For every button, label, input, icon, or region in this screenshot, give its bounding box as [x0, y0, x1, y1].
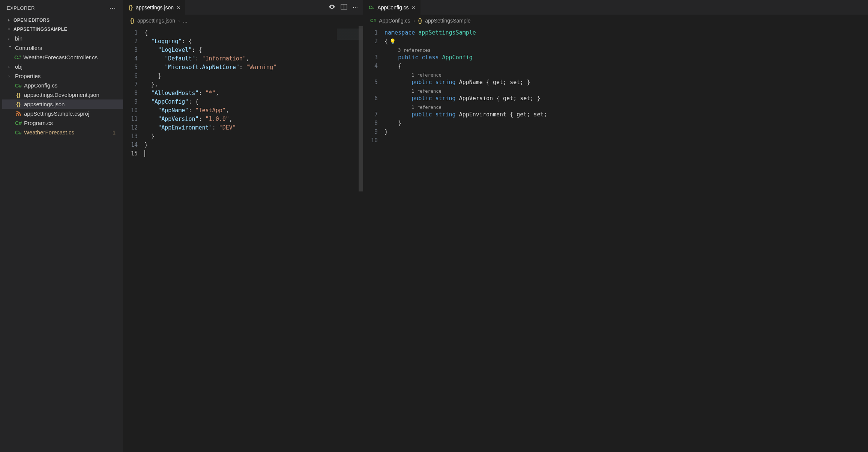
folder-properties[interactable]: › Properties	[2, 71, 123, 81]
code-content-right[interactable]: namespace appSettingsSample{💡 3 referenc…	[384, 26, 868, 452]
csharp-icon: C#	[15, 83, 22, 89]
chevron-right-icon: ›	[8, 65, 13, 69]
csharp-icon: C#	[14, 54, 21, 60]
file-appsettings-json[interactable]: {} appsettings.json	[2, 99, 123, 109]
folder-label: obj	[15, 63, 23, 70]
file-program[interactable]: C# Program.cs	[2, 118, 123, 128]
file-weather-forecast-controller[interactable]: C# WeatherForecastController.cs	[2, 53, 123, 62]
file-weather-forecast[interactable]: C# WeatherForecast.cs 1	[2, 128, 123, 137]
preview-icon[interactable]	[329, 3, 335, 11]
chevron-right-icon: ›	[8, 74, 13, 78]
csharp-icon: C#	[15, 120, 22, 126]
modified-badge: 1	[113, 129, 116, 136]
folder-label: Properties	[15, 73, 41, 79]
csharp-icon: C#	[370, 18, 376, 23]
breadcrumb-right[interactable]: C# AppConfig.cs › {} appSettingsSample	[363, 15, 868, 26]
code-area-left[interactable]: 1 2 3 4 5 6 7 8 9 10 11 12 13 14 15 { "L…	[123, 26, 363, 452]
editor-area: {} appsettings.json × ⋯ {} appsettings.j…	[123, 0, 868, 452]
json-icon: {}	[130, 18, 134, 24]
breadcrumb-left[interactable]: {} appsettings.json › ...	[123, 15, 363, 26]
close-icon[interactable]: ×	[177, 4, 180, 11]
json-icon: {}	[15, 92, 22, 98]
folder-obj[interactable]: › obj	[2, 62, 123, 71]
code-area-right[interactable]: 12345678910 namespace appSettingsSample{…	[363, 26, 868, 452]
project-section[interactable]: APPSETTINGSSAMPLE	[0, 25, 123, 34]
scrollbar[interactable]	[359, 26, 363, 452]
file-label: appsettings.Development.json	[24, 92, 99, 98]
breadcrumb-namespace: appSettingsSample	[425, 18, 470, 24]
editor-pane-right: C# AppConfig.cs × C# AppConfig.cs › {} a…	[363, 0, 868, 452]
file-tree: › bin › Controllers C# WeatherForecastCo…	[0, 34, 123, 137]
open-editors-label: OPEN EDITORS	[14, 18, 50, 23]
file-label: Program.cs	[24, 120, 53, 126]
namespace-icon: {}	[418, 18, 422, 24]
file-label: WeatherForecastController.cs	[23, 54, 98, 60]
file-label: WeatherForecast.cs	[24, 129, 74, 136]
csproj-icon	[15, 111, 22, 116]
chevron-right-icon	[7, 18, 11, 23]
explorer-header: EXPLORER ⋯	[0, 0, 123, 16]
chevron-down-icon	[7, 27, 11, 32]
file-label: AppConfig.cs	[24, 82, 57, 89]
tab-appsettings-json[interactable]: {} appsettings.json ×	[123, 0, 186, 15]
split-icon[interactable]	[341, 3, 347, 11]
explorer-sidebar: EXPLORER ⋯ OPEN EDITORS APPSETTINGSSAMPL…	[0, 0, 123, 452]
breadcrumb-file: AppConfig.cs	[379, 18, 410, 24]
tab-label: AppConfig.cs	[377, 5, 408, 11]
tab-bar-left: {} appsettings.json × ⋯	[123, 0, 363, 15]
tab-actions-left: ⋯	[323, 0, 363, 15]
close-icon[interactable]: ×	[412, 4, 415, 11]
breadcrumb-file: appsettings.json	[137, 18, 175, 24]
file-csproj[interactable]: appSettingsSample.csproj	[2, 109, 123, 118]
folder-bin[interactable]: › bin	[2, 34, 123, 43]
explorer-more-icon[interactable]: ⋯	[109, 4, 116, 12]
editor-pane-left: {} appsettings.json × ⋯ {} appsettings.j…	[123, 0, 363, 452]
file-appsettings-dev[interactable]: {} appsettings.Development.json	[2, 90, 123, 99]
tab-label: appsettings.json	[136, 5, 174, 11]
csharp-icon: C#	[369, 5, 374, 10]
code-content-left[interactable]: { "Logging": { "LogLevel": { "Default": …	[144, 26, 363, 452]
folder-label: bin	[15, 35, 23, 42]
folder-controllers[interactable]: › Controllers	[2, 43, 123, 53]
open-editors-section[interactable]: OPEN EDITORS	[0, 16, 123, 25]
folder-label: Controllers	[15, 45, 42, 51]
json-icon: {}	[129, 5, 133, 11]
file-label: appSettingsSample.csproj	[24, 110, 89, 117]
chevron-right-icon: ›	[8, 36, 13, 41]
csharp-icon: C#	[15, 130, 22, 136]
gutter-right: 12345678910	[363, 26, 384, 452]
breadcrumb-more: ...	[183, 18, 188, 24]
tab-bar-right: C# AppConfig.cs ×	[363, 0, 868, 15]
scrollbar-thumb[interactable]	[359, 26, 363, 191]
more-icon[interactable]: ⋯	[353, 5, 358, 11]
file-appconfig[interactable]: C# AppConfig.cs	[2, 81, 123, 90]
gutter-left: 1 2 3 4 5 6 7 8 9 10 11 12 13 14 15	[123, 26, 144, 452]
project-label: APPSETTINGSSAMPLE	[14, 27, 67, 32]
chevron-down-icon: ›	[8, 46, 13, 50]
file-label: appsettings.json	[24, 101, 65, 107]
explorer-title: EXPLORER	[7, 5, 35, 11]
breadcrumb-separator: ›	[413, 18, 415, 24]
breadcrumb-separator: ›	[178, 18, 180, 24]
tab-appconfig-cs[interactable]: C# AppConfig.cs ×	[363, 0, 421, 15]
json-icon: {}	[15, 101, 22, 107]
